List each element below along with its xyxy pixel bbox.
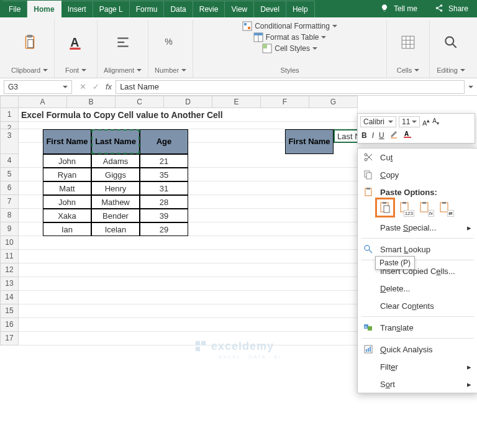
dropdown-icon[interactable] <box>137 69 142 71</box>
row-14[interactable]: 14 <box>0 291 19 304</box>
cell-b6[interactable]: Matt <box>43 181 91 195</box>
row-6[interactable]: 6 <box>0 181 19 195</box>
paste-option-transpose[interactable]: ⇄ <box>436 199 453 216</box>
col-B[interactable]: B <box>67 96 116 108</box>
cell-styles[interactable]: Cell Styles <box>262 43 317 53</box>
formula-bar[interactable]: Last Name <box>116 80 465 94</box>
alignment-button[interactable] <box>108 34 138 53</box>
tab-help[interactable]: Help <box>286 1 315 17</box>
tab-view[interactable]: View <box>225 1 254 17</box>
col-F[interactable]: F <box>261 96 309 108</box>
dropdown-icon[interactable] <box>414 69 419 71</box>
mini-underline[interactable]: U <box>379 131 384 140</box>
mini-italic[interactable]: I <box>372 131 374 140</box>
row-11[interactable]: 11 <box>0 250 19 263</box>
fx-icon[interactable]: fx <box>106 82 112 91</box>
cell-c8[interactable]: Bender <box>91 209 140 222</box>
font-button[interactable]: A <box>61 34 91 53</box>
mini-bold[interactable]: B <box>361 131 367 140</box>
tab-file[interactable]: File <box>2 1 27 17</box>
decrease-font-icon[interactable]: A▾ <box>432 117 439 126</box>
expand-formula-icon[interactable] <box>468 86 473 88</box>
cm-quick-analysis[interactable]: Quick Analysis <box>358 341 477 358</box>
cell-d5[interactable]: 35 <box>140 168 188 181</box>
cm-copy[interactable]: Copy <box>358 166 477 183</box>
cell-d8[interactable]: 39 <box>140 209 188 222</box>
cell-d9[interactable]: 29 <box>140 222 188 236</box>
cm-delete[interactable]: Delete... <box>358 280 477 297</box>
paste-option-formulas[interactable]: fx <box>416 199 434 216</box>
cm-cut[interactable]: Cut <box>358 149 477 166</box>
mini-size-select[interactable]: 11 <box>399 116 420 127</box>
row-15[interactable]: 15 <box>0 304 19 318</box>
cm-filter[interactable]: Filter ▸ <box>358 358 477 375</box>
cell-d6[interactable]: 31 <box>140 181 188 195</box>
number-button[interactable]: % <box>156 34 186 53</box>
row-10[interactable]: 10 <box>0 236 19 250</box>
col-A[interactable]: A <box>19 96 67 108</box>
col-D[interactable]: D <box>164 96 212 108</box>
col-G[interactable]: G <box>309 96 358 108</box>
cell-d4[interactable]: 21 <box>140 154 188 168</box>
cm-translate[interactable]: a Translate <box>358 319 477 336</box>
row-9[interactable]: 9 <box>0 222 19 236</box>
conditional-formatting[interactable]: Conditional Formatting <box>242 21 337 31</box>
row-16[interactable]: 16 <box>0 318 19 332</box>
col-C[interactable]: C <box>116 96 164 108</box>
row-8[interactable]: 8 <box>0 209 19 222</box>
row-7[interactable]: 7 <box>0 195 19 209</box>
cancel-icon[interactable]: ✕ <box>80 82 86 91</box>
tab-insert[interactable]: Insert <box>61 1 93 17</box>
title-cell[interactable]: Excel Formula to Copy Cell value to Anot… <box>19 108 358 122</box>
dropdown-icon[interactable] <box>181 69 186 71</box>
row-4[interactable]: 4 <box>0 154 19 168</box>
editing-button[interactable] <box>436 34 466 53</box>
row-3[interactable]: 3 <box>0 129 19 154</box>
share-label[interactable]: Share <box>448 4 468 13</box>
row-17[interactable]: 17 <box>0 332 19 345</box>
tab-developer[interactable]: Devel <box>254 1 286 17</box>
header-last-source[interactable]: Last Name <box>91 129 140 154</box>
row-1[interactable]: 1 <box>0 108 19 122</box>
select-all-corner[interactable] <box>0 96 19 108</box>
row-2[interactable]: 2 <box>0 122 19 129</box>
cell-b9[interactable]: Ian <box>43 222 91 236</box>
paste-option-values[interactable]: 123 <box>396 199 414 216</box>
tab-page-layout[interactable]: Page L <box>93 1 130 17</box>
cm-smart-lookup[interactable]: Smart Lookup <box>358 240 477 258</box>
cell-c7[interactable]: Mathew <box>91 195 140 209</box>
enter-icon[interactable]: ✓ <box>93 82 99 91</box>
clipboard-button[interactable] <box>15 34 45 53</box>
cell-b5[interactable]: Ryan <box>43 168 91 181</box>
cell-d7[interactable]: 28 <box>140 195 188 209</box>
row-5[interactable]: 5 <box>0 168 19 181</box>
tab-home[interactable]: Home <box>27 1 61 17</box>
header-age[interactable]: Age <box>140 129 188 154</box>
mini-font-select[interactable]: Calibri <box>360 116 396 127</box>
cell-b4[interactable]: John <box>43 154 91 168</box>
row-13[interactable]: 13 <box>0 277 19 291</box>
cell-b7[interactable]: John <box>43 195 91 209</box>
format-as-table[interactable]: Format as Table <box>253 32 327 42</box>
header-first-dest[interactable]: First Name <box>285 129 334 154</box>
cm-sort[interactable]: Sort ▸ <box>358 375 477 393</box>
cell-c5[interactable]: Giggs <box>91 168 140 181</box>
cell-b8[interactable]: Xaka <box>43 209 91 222</box>
cm-paste-special[interactable]: Paste Special... ▸ <box>358 219 477 236</box>
increase-font-icon[interactable]: A▴ <box>422 117 430 127</box>
paste-option-paste[interactable] <box>376 199 394 216</box>
cell-c9[interactable]: Icelan <box>91 222 140 236</box>
mini-fill-icon[interactable] <box>389 130 398 140</box>
cell-c4[interactable]: Adams <box>91 154 140 168</box>
tab-formulas[interactable]: Formu <box>130 1 165 17</box>
cm-clear-contents[interactable]: Clear Contents <box>358 297 477 314</box>
dropdown-icon[interactable] <box>81 69 86 71</box>
header-first[interactable]: First Name <box>43 129 91 154</box>
mini-fontcolor-icon[interactable]: A <box>403 130 412 140</box>
tab-data[interactable]: Data <box>164 1 193 17</box>
col-E[interactable]: E <box>212 96 261 108</box>
cells-button[interactable] <box>393 34 423 53</box>
cell-c6[interactable]: Henry <box>91 181 140 195</box>
name-box[interactable]: G3 <box>4 80 72 94</box>
row-12[interactable]: 12 <box>0 263 19 277</box>
